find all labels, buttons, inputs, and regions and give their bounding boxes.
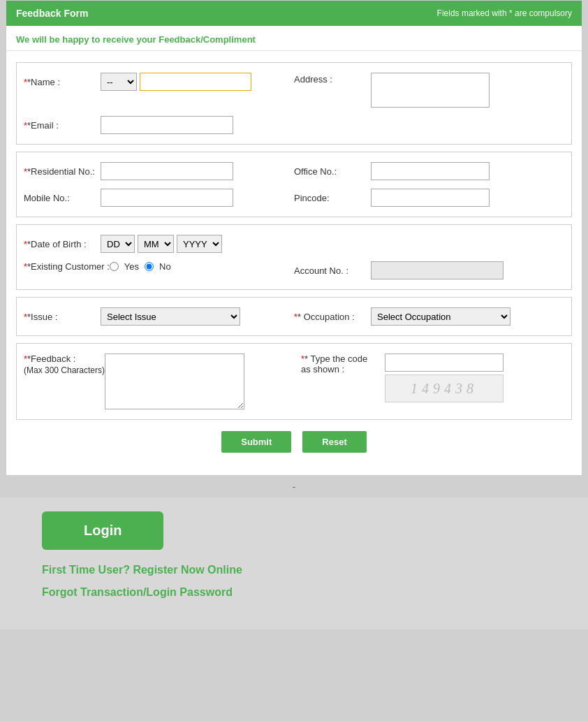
existing-customer-radio-group: Yes No (110, 261, 171, 272)
residential-label: **Residential No.: (24, 166, 101, 177)
account-label: Account No. : (294, 265, 371, 276)
feedback-textarea[interactable] (105, 354, 244, 409)
pincode-label: Pincode: (294, 193, 371, 203)
office-col: Office No.: (294, 162, 564, 180)
existing-customer-row: **Existing Customer : Yes No Account No.… (24, 261, 564, 279)
login-button[interactable]: Login (42, 511, 163, 550)
dob-mm-select[interactable]: MM 0102030405 0607080910 1112 (138, 235, 174, 253)
section-phone: **Residential No.: Office No.: Mobile No… (16, 152, 572, 217)
form-header: Feedback Form Fields marked with * are c… (6, 1, 582, 26)
captcha-col: ** Type the code as shown : 149438 (287, 354, 564, 402)
dob-label: **Date of Birth : (24, 239, 101, 249)
mobile-label: Mobile No.: (24, 193, 101, 203)
form-title: Feedback Form (16, 8, 88, 19)
existing-customer-col: **Existing Customer : Yes No (24, 261, 294, 272)
address-label: Address : (294, 73, 371, 85)
office-label: Office No.: (294, 166, 371, 177)
feedback-sublabel: (Max 300 Characters) (24, 365, 105, 375)
captcha-value: 149438 (411, 381, 478, 397)
buttons-row: Submit Reset (16, 431, 572, 464)
name-address-row: **Name : -- Mr Mrs Ms Dr (24, 73, 564, 108)
dob-yyyy-select[interactable]: YYYY 202420232022 20001990198019701960 (177, 235, 222, 253)
yes-label: Yes (124, 261, 139, 272)
feedback-form-container: Feedback Form Fields marked with * are c… (6, 0, 582, 476)
form-header-note: Fields marked with * are compulsory (437, 8, 572, 18)
address-input[interactable] (371, 73, 490, 108)
captcha-image: 149438 (385, 374, 504, 402)
name-col: **Name : -- Mr Mrs Ms Dr (24, 73, 294, 91)
no-label: No (159, 261, 171, 272)
mobile-input[interactable] (101, 189, 233, 207)
dob-col: **Date of Birth : DD 0102030405 06070809… (24, 235, 294, 253)
name-fields: -- Mr Mrs Ms Dr (101, 73, 251, 91)
occupation-col: ** Occupation : Select Occupation (294, 307, 564, 326)
mobile-col: Mobile No.: (24, 189, 294, 207)
occupation-select[interactable]: Select Occupation (371, 307, 510, 326)
mobile-pincode-row: Mobile No.: Pincode: (24, 189, 564, 207)
captcha-right: 149438 (385, 354, 504, 402)
type-code-label2: as shown : (301, 364, 385, 374)
feedback-label: **Feedback : (24, 354, 75, 364)
type-code-label: ** Type the code (301, 354, 367, 364)
email-col: **Email : (24, 116, 294, 134)
issue-label: **Issue : (24, 312, 101, 322)
page-wrapper: Feedback Form Fields marked with * are c… (0, 0, 588, 629)
separator: - (0, 476, 588, 497)
existing-no-radio[interactable] (145, 262, 154, 271)
forgot-link[interactable]: Forgot Transaction/Login Password (42, 586, 233, 599)
email-row: **Email : (24, 116, 564, 134)
form-subtitle: We will be happy to receive your Feedbac… (6, 26, 582, 51)
feedback-col: **Feedback : (Max 300 Characters) (24, 354, 287, 409)
form-body: **Name : -- Mr Mrs Ms Dr (6, 51, 582, 475)
email-label: **Email : (24, 120, 101, 131)
occupation-label: ** Occupation : (294, 312, 371, 322)
captcha-label-wrapper: ** Type the code as shown : (301, 354, 385, 374)
pincode-col: Pincode: (294, 189, 564, 207)
reset-button[interactable]: Reset (302, 431, 366, 453)
residential-col: **Residential No.: (24, 162, 294, 180)
residential-office-row: **Residential No.: Office No.: (24, 162, 564, 180)
login-section: Login First Time User? Register Now Onli… (0, 497, 588, 629)
register-link[interactable]: First Time User? Register Now Online (42, 564, 242, 576)
section-dob-customer: **Date of Birth : DD 0102030405 06070809… (16, 224, 572, 290)
existing-customer-label: **Existing Customer : (24, 261, 110, 272)
pincode-input[interactable] (371, 189, 490, 207)
submit-button[interactable]: Submit (221, 431, 291, 453)
section-issue-occupation: **Issue : Select Issue ** Occupation : S… (16, 297, 572, 336)
section-feedback-captcha: **Feedback : (Max 300 Characters) ** Typ… (16, 343, 572, 420)
dob-row: **Date of Birth : DD 0102030405 06070809… (24, 235, 564, 253)
account-col: Account No. : (294, 261, 564, 279)
account-input[interactable] (371, 261, 504, 279)
issue-select[interactable]: Select Issue (101, 307, 240, 326)
feedback-label-wrapper: **Feedback : (Max 300 Characters) (24, 354, 105, 375)
issue-occupation-row: **Issue : Select Issue ** Occupation : S… (24, 307, 564, 326)
name-label: **Name : (24, 77, 101, 87)
issue-col: **Issue : Select Issue (24, 307, 294, 326)
residential-input[interactable] (101, 162, 233, 180)
name-input[interactable] (140, 73, 251, 91)
dob-dd-select[interactable]: DD 0102030405 0607080910 1112131415 1617… (101, 235, 135, 253)
office-input[interactable] (371, 162, 490, 180)
email-input[interactable] (101, 116, 233, 134)
feedback-captcha-row: **Feedback : (Max 300 Characters) ** Typ… (24, 354, 564, 409)
title-select[interactable]: -- Mr Mrs Ms Dr (101, 73, 137, 91)
address-col: Address : (294, 73, 564, 108)
section-name-address: **Name : -- Mr Mrs Ms Dr (16, 62, 572, 145)
existing-yes-radio[interactable] (110, 262, 119, 271)
captcha-input[interactable] (385, 354, 504, 372)
